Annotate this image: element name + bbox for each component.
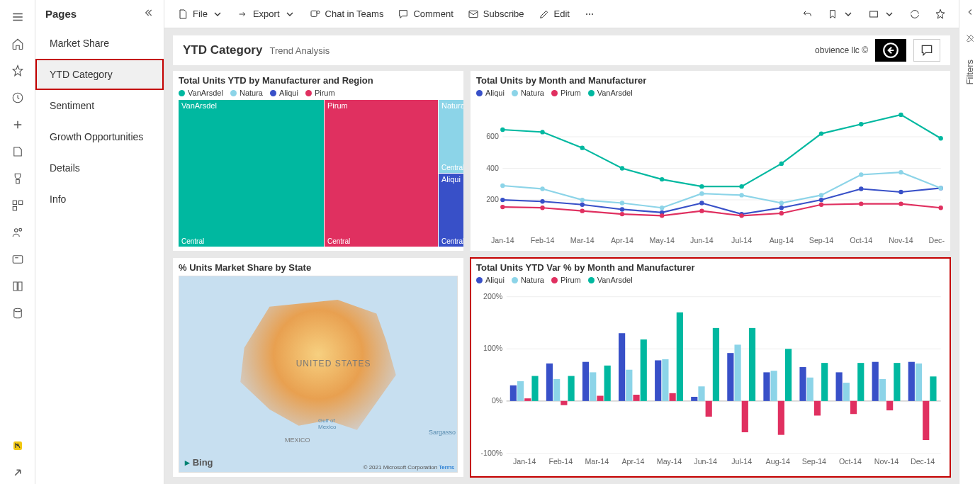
svg-rect-3	[13, 207, 16, 210]
svg-point-54	[779, 201, 784, 205]
svg-point-82	[938, 136, 942, 140]
home-icon[interactable]	[6, 33, 29, 55]
shared-icon[interactable]	[6, 221, 29, 244]
svg-rect-139	[843, 383, 850, 401]
svg-point-78	[779, 162, 784, 166]
subscribe-button[interactable]: Subscribe	[462, 6, 530, 23]
collapse-pages-icon[interactable]	[142, 7, 154, 21]
svg-point-79	[819, 131, 823, 135]
recent-icon[interactable]	[6, 86, 29, 109]
map-tile[interactable]: % Units Market Share by State UNITED STA…	[173, 258, 463, 477]
svg-rect-125	[742, 401, 748, 432]
bar-chart-tile[interactable]: Total Units YTD Var % by Month and Manuf…	[471, 258, 950, 477]
svg-rect-6	[13, 256, 23, 264]
svg-text:May-14: May-14	[649, 236, 675, 244]
svg-point-52	[699, 191, 704, 196]
datasets-icon[interactable]	[6, 140, 29, 163]
page-tab-sentiment[interactable]: Sentiment	[35, 90, 164, 121]
svg-text:Mar-14: Mar-14	[585, 457, 609, 466]
back-arrow-badge[interactable]	[875, 39, 906, 62]
legend-item[interactable]: Natura	[230, 89, 263, 97]
svg-rect-151	[930, 376, 936, 401]
comment-button[interactable]: Comment	[392, 6, 458, 23]
db-icon[interactable]	[6, 302, 29, 325]
filters-eraser-icon[interactable]	[965, 33, 975, 45]
svg-rect-9	[311, 11, 317, 16]
legend-item[interactable]: Aliqui	[270, 89, 298, 97]
svg-point-72	[540, 130, 544, 134]
legend-item[interactable]: Natura	[512, 276, 544, 284]
chat-teams-button[interactable]: Chat in Teams	[304, 6, 390, 23]
page-tab-growth-opportunities[interactable]: Growth Opportunities	[35, 121, 164, 152]
legend-item[interactable]: Aliqui	[476, 89, 505, 97]
svg-rect-144	[879, 379, 886, 401]
svg-rect-105	[597, 395, 603, 400]
svg-rect-141	[857, 363, 864, 401]
legend-item[interactable]: Pirum	[551, 276, 581, 284]
expand-filters-icon[interactable]	[965, 7, 975, 19]
svg-rect-135	[814, 401, 821, 416]
svg-point-77	[739, 184, 743, 188]
apps-icon[interactable]	[6, 194, 29, 217]
svg-text:Nov-14: Nov-14	[889, 236, 913, 244]
svg-text:Feb-14: Feb-14	[548, 457, 573, 466]
svg-text:0%: 0%	[492, 396, 503, 405]
svg-point-47	[500, 184, 505, 188]
learn-icon[interactable]	[6, 275, 29, 298]
svg-rect-115	[670, 393, 676, 401]
svg-point-44	[859, 186, 863, 191]
bookmark-icon[interactable]	[821, 6, 860, 23]
svg-rect-15	[870, 11, 878, 17]
svg-point-45	[899, 190, 903, 194]
legend-item[interactable]: VanArsdel	[588, 276, 633, 284]
report-header: YTD Category Trend Analysis obvience llc…	[173, 35, 950, 65]
page-tab-market-share[interactable]: Market Share	[35, 28, 164, 59]
treemap-title: Total Units YTD by Manufacturer and Regi…	[179, 75, 458, 86]
page-tab-ytd-category[interactable]: YTD Category	[35, 59, 164, 90]
svg-point-73	[580, 145, 585, 150]
legend-item[interactable]: Pirum	[551, 89, 581, 97]
comment-box[interactable]	[913, 39, 940, 62]
svg-rect-100	[561, 401, 567, 405]
treemap-tile[interactable]: Total Units YTD by Manufacturer and Regi…	[173, 71, 463, 251]
expand-icon[interactable]	[6, 461, 29, 484]
svg-text:Dec-14: Dec-14	[911, 457, 935, 466]
export-menu[interactable]: Export	[232, 6, 301, 23]
goals-icon[interactable]	[6, 167, 29, 190]
favorite-icon[interactable]	[929, 6, 952, 23]
legend-item[interactable]: Natura	[512, 89, 544, 97]
line-chart-tile[interactable]: Total Units by Month and Manufacturer Al…	[471, 71, 950, 251]
reset-icon[interactable]	[796, 6, 818, 23]
file-menu[interactable]: File	[171, 6, 229, 23]
svg-point-67	[819, 203, 823, 207]
favorites-icon[interactable]	[6, 60, 29, 82]
create-icon[interactable]	[6, 113, 29, 136]
view-icon[interactable]	[862, 6, 901, 23]
svg-rect-104	[590, 372, 596, 400]
refresh-icon[interactable]	[903, 6, 926, 23]
svg-rect-140	[850, 401, 857, 414]
svg-rect-150	[923, 401, 929, 440]
svg-text:400: 400	[486, 164, 499, 172]
svg-rect-95	[524, 398, 531, 401]
more-menu[interactable]	[578, 6, 601, 23]
edit-button[interactable]: Edit	[533, 6, 575, 23]
svg-point-66	[779, 211, 784, 215]
legend-item[interactable]: Aliqui	[476, 276, 505, 284]
svg-text:Jun-14: Jun-14	[694, 457, 717, 466]
legend-item[interactable]: VanArsdel	[179, 89, 223, 97]
workspace-badge-icon[interactable]	[6, 434, 29, 457]
svg-rect-148	[908, 362, 915, 401]
svg-text:Dec-14: Dec-14	[928, 236, 945, 244]
svg-rect-103	[582, 362, 589, 401]
workspaces-icon[interactable]	[6, 248, 29, 271]
svg-point-14	[592, 13, 593, 15]
page-tab-details[interactable]: Details	[35, 152, 164, 184]
svg-point-38	[620, 207, 624, 211]
page-tab-info[interactable]: Info	[35, 184, 164, 215]
menu-icon[interactable]	[6, 6, 29, 28]
legend-item[interactable]: Pirum	[305, 89, 335, 97]
svg-point-80	[859, 122, 863, 126]
svg-rect-1	[13, 201, 16, 204]
legend-item[interactable]: VanArsdel	[588, 89, 633, 97]
